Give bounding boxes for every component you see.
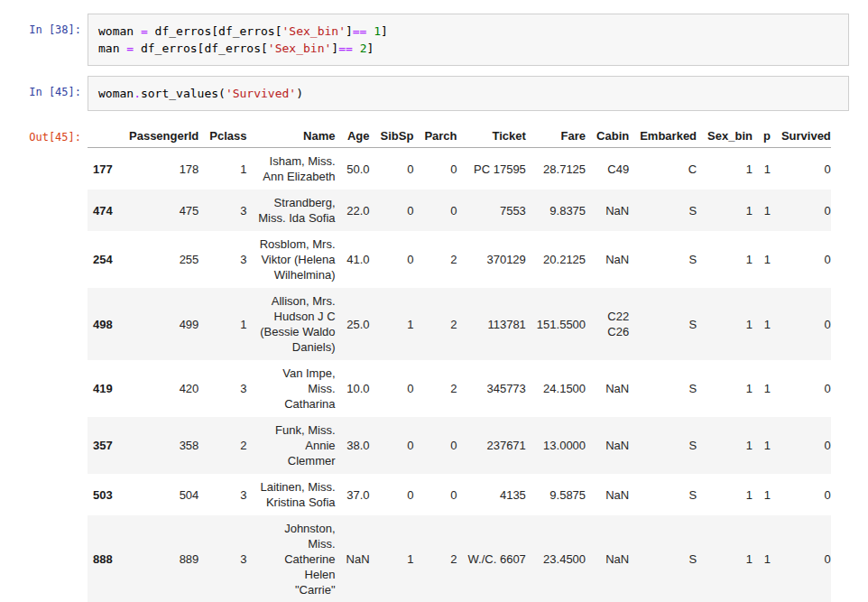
table-cell: 1: [753, 360, 771, 417]
table-cell: 24.1500: [526, 360, 586, 417]
table-cell: NaN: [586, 515, 629, 602]
table-cell: 0: [771, 474, 831, 515]
code-token: ]: [346, 24, 353, 38]
table-cell: S: [629, 231, 697, 288]
table-cell: 0: [771, 417, 831, 474]
column-header: Embarked: [629, 125, 697, 148]
table-cell: 3: [199, 360, 246, 417]
table-cell: 0: [370, 231, 414, 288]
table-cell: 1: [370, 515, 414, 602]
table-cell: 1: [753, 190, 771, 231]
table-cell: 25.0: [336, 288, 370, 360]
table-cell: 0: [370, 148, 414, 190]
dataframe-output: PassengerIdPclassNameAgeSibSpParchTicket…: [88, 125, 868, 602]
table-cell: 22.0: [336, 190, 370, 231]
table-cell: S: [629, 288, 697, 360]
table-cell: NaN: [586, 231, 629, 288]
notebook-cell-2: In [45]: woman.sort_values('Survived'): [0, 76, 868, 111]
table-row: 2542553Rosblom, Mrs. Viktor (Helena Wilh…: [88, 231, 831, 288]
table-cell: 889: [118, 515, 199, 602]
table-cell: 1: [697, 190, 753, 231]
code-line: woman = df_erros[df_erros['Sex_bin']== 1…: [98, 23, 839, 40]
table-cell: 0: [413, 190, 457, 231]
table-cell: 9.5875: [526, 474, 586, 515]
column-header: SibSp: [370, 125, 414, 148]
code-token: ]: [366, 42, 374, 55]
table-cell: 345773: [457, 360, 526, 417]
table-cell: 370129: [457, 231, 526, 288]
table-cell: 9.8375: [526, 190, 586, 231]
table-cell: 1: [199, 288, 246, 360]
table-row: 4744753Strandberg, Miss. Ida Sofia22.000…: [88, 190, 831, 231]
code-token: =: [126, 42, 134, 55]
code-token: df_erros[df_erros[: [148, 24, 282, 38]
code-cell-input[interactable]: woman.sort_values('Survived'): [88, 76, 849, 111]
row-index: 888: [88, 515, 118, 602]
code-cell-input[interactable]: woman = df_erros[df_erros['Sex_bin']== 1…: [88, 14, 849, 66]
table-cell: 50.0: [336, 148, 370, 190]
table-cell: Laitinen, Miss. Kristina Sofia: [247, 474, 336, 515]
code-token: woman: [98, 87, 134, 100]
table-cell: 0: [771, 190, 831, 231]
table-cell: NaN: [586, 190, 629, 231]
row-index: 498: [88, 288, 118, 360]
column-header: Pclass: [199, 125, 246, 148]
code-token: 1: [374, 24, 381, 38]
table-cell: 1: [697, 288, 753, 360]
table-cell: 0: [771, 288, 831, 360]
row-index: 474: [88, 190, 118, 231]
table-cell: 1: [697, 417, 753, 474]
table-cell: 37.0: [336, 474, 370, 515]
table-cell: 1: [370, 288, 414, 360]
table-cell: 0: [771, 148, 831, 190]
code-token: ]: [381, 24, 388, 38]
table-row: 5035043Laitinen, Miss. Kristina Sofia37.…: [88, 474, 831, 515]
table-cell: 1: [753, 288, 771, 360]
code-token: =: [141, 24, 148, 38]
column-header: Age: [336, 125, 370, 148]
table-cell: 0: [771, 515, 831, 602]
table-cell: 3: [199, 474, 246, 515]
table-cell: 2: [413, 288, 457, 360]
table-cell: 3: [199, 515, 246, 602]
table-cell: C22 C26: [586, 288, 629, 360]
table-cell: Rosblom, Mrs. Viktor (Helena Wilhelmina): [247, 231, 336, 288]
table-cell: 499: [118, 288, 199, 360]
table-cell: Van Impe, Miss. Catharina: [247, 360, 336, 417]
code-token: 'Sex_bin': [282, 24, 346, 38]
table-cell: 41.0: [336, 231, 370, 288]
table-row: 3573582Funk, Miss. Annie Clemmer38.00023…: [88, 417, 831, 474]
row-index: 503: [88, 474, 118, 515]
row-index: 357: [88, 417, 118, 474]
table-cell: PC 17595: [457, 148, 526, 190]
table-row: 8888893Johnston, Miss. Catherine Helen "…: [88, 515, 831, 602]
table-cell: 2: [199, 417, 246, 474]
table-cell: 475: [118, 190, 199, 231]
table-cell: 420: [118, 360, 199, 417]
column-header: Survived: [771, 125, 831, 148]
table-cell: 2: [413, 231, 457, 288]
table-cell: NaN: [336, 515, 370, 602]
table-cell: 3: [199, 190, 246, 231]
table-cell: Johnston, Miss. Catherine Helen "Carrie": [247, 515, 336, 602]
code-line: woman.sort_values('Survived'): [98, 85, 839, 102]
table-cell: C: [629, 148, 697, 190]
table-cell: 1: [697, 474, 753, 515]
table-cell: 113781: [457, 288, 526, 360]
code-token: woman: [98, 24, 141, 38]
table-cell: NaN: [586, 417, 629, 474]
table-cell: 0: [370, 417, 414, 474]
table-cell: 0: [370, 474, 414, 515]
table-cell: 0: [370, 190, 414, 231]
table-cell: S: [629, 474, 697, 515]
table-cell: 0: [413, 474, 457, 515]
dataframe-table: PassengerIdPclassNameAgeSibSpParchTicket…: [88, 125, 831, 602]
notebook-cell-1: In [38]: woman = df_erros[df_erros['Sex_…: [0, 14, 868, 66]
row-index: 177: [88, 148, 118, 190]
table-cell: 504: [118, 474, 199, 515]
table-cell: Allison, Mrs. Hudson J C (Bessie Waldo D…: [247, 288, 336, 360]
table-cell: 0: [771, 360, 831, 417]
code-token: ): [296, 87, 303, 100]
table-cell: 20.2125: [526, 231, 586, 288]
table-row: 4984991Allison, Mrs. Hudson J C (Bessie …: [88, 288, 831, 360]
